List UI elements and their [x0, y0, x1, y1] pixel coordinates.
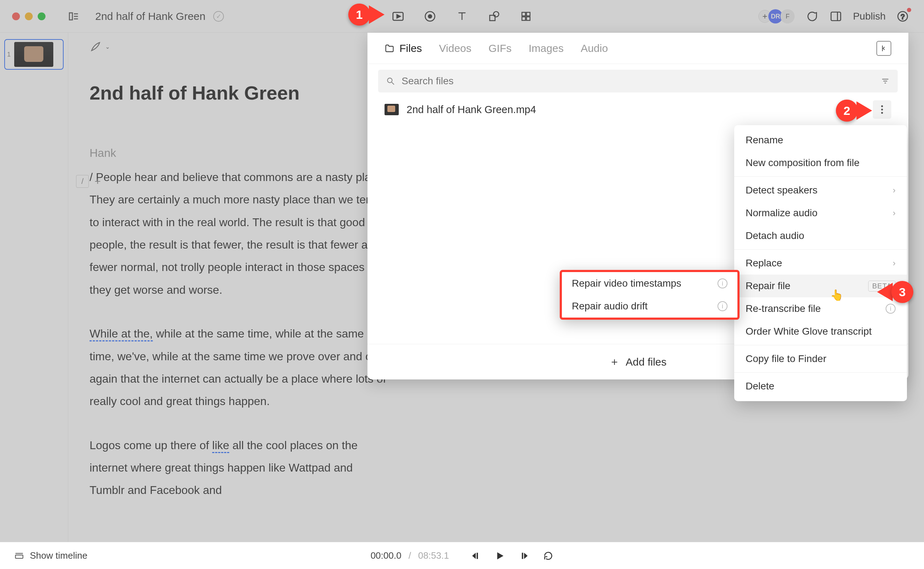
timeline-icon: [14, 551, 24, 561]
info-icon[interactable]: i: [886, 304, 895, 313]
ctx-white-glove[interactable]: Order White Glove transcript: [734, 320, 907, 343]
filter-icon[interactable]: [881, 76, 890, 86]
playbar: Show timeline 00:00.0 / 08:53.1: [0, 542, 924, 569]
submenu-repair-audio-drift[interactable]: Repair audio drifti: [562, 295, 737, 318]
svg-rect-31: [16, 555, 23, 558]
files-search[interactable]: [378, 70, 898, 93]
time-current: 00:00.0: [371, 550, 402, 561]
info-icon[interactable]: i: [718, 301, 727, 311]
svg-point-28: [881, 105, 883, 107]
ctx-new-composition[interactable]: New composition from file: [734, 152, 907, 174]
ctx-detach-audio[interactable]: Detach audio: [734, 224, 907, 247]
timecode: 00:00.0 / 08:53.1: [371, 550, 554, 561]
collapse-panel-icon[interactable]: [876, 41, 891, 56]
more-vertical-icon: [881, 105, 883, 114]
step-marker-2: 2: [836, 100, 872, 122]
repair-submenu: Repair video timestampsi Repair audio dr…: [560, 270, 740, 320]
ctx-replace[interactable]: Replace›: [734, 252, 907, 275]
file-context-menu: Rename New composition from file Detect …: [734, 125, 907, 401]
file-more-button[interactable]: [873, 100, 891, 119]
ctx-delete[interactable]: Delete: [734, 375, 907, 398]
svg-line-24: [391, 82, 394, 85]
chevron-right-icon: ›: [893, 208, 895, 218]
ctx-detect-speakers[interactable]: Detect speakers›: [734, 179, 907, 202]
files-search-input[interactable]: [402, 75, 874, 87]
separator: [734, 372, 907, 373]
svg-rect-37: [522, 553, 523, 559]
tab-videos[interactable]: Videos: [439, 42, 471, 55]
skip-back-icon[interactable]: [470, 551, 481, 561]
search-icon: [386, 76, 395, 86]
ctx-copy-to-finder[interactable]: Copy file to Finder: [734, 347, 907, 370]
svg-marker-35: [497, 552, 504, 559]
ctx-normalize-audio[interactable]: Normalize audio›: [734, 202, 907, 224]
svg-marker-36: [524, 553, 527, 559]
skip-forward-icon[interactable]: [519, 551, 529, 561]
svg-marker-33: [472, 553, 475, 559]
show-timeline-button[interactable]: Show timeline: [14, 550, 87, 561]
tab-files[interactable]: Files: [384, 42, 422, 55]
separator: [734, 345, 907, 345]
cursor-icon: 👆: [830, 289, 843, 301]
tab-audio[interactable]: Audio: [581, 42, 608, 55]
play-icon[interactable]: [494, 551, 505, 561]
loop-icon[interactable]: [543, 551, 553, 561]
svg-point-30: [881, 112, 883, 114]
file-row[interactable]: 2nd half of Hank Green.mp4: [367, 93, 908, 126]
time-total: 08:53.1: [418, 550, 449, 561]
plus-icon: ＋: [609, 354, 620, 369]
ctx-rename[interactable]: Rename: [734, 129, 907, 152]
file-thumbnail: [384, 104, 399, 115]
separator: [734, 176, 907, 177]
step-marker-3: 3: [877, 281, 913, 303]
tab-images[interactable]: Images: [529, 42, 564, 55]
svg-rect-34: [476, 553, 478, 559]
svg-point-23: [387, 78, 392, 82]
tab-gifs[interactable]: GIFs: [489, 42, 512, 55]
chevron-right-icon: ›: [893, 185, 895, 195]
info-icon[interactable]: i: [718, 278, 727, 288]
file-name: 2nd half of Hank Green.mp4: [407, 104, 536, 116]
step-marker-1: 1: [348, 3, 384, 26]
separator: [734, 249, 907, 250]
submenu-repair-video-timestamps[interactable]: Repair video timestampsi: [562, 272, 737, 295]
svg-point-29: [881, 108, 883, 110]
chevron-right-icon: ›: [893, 258, 895, 268]
